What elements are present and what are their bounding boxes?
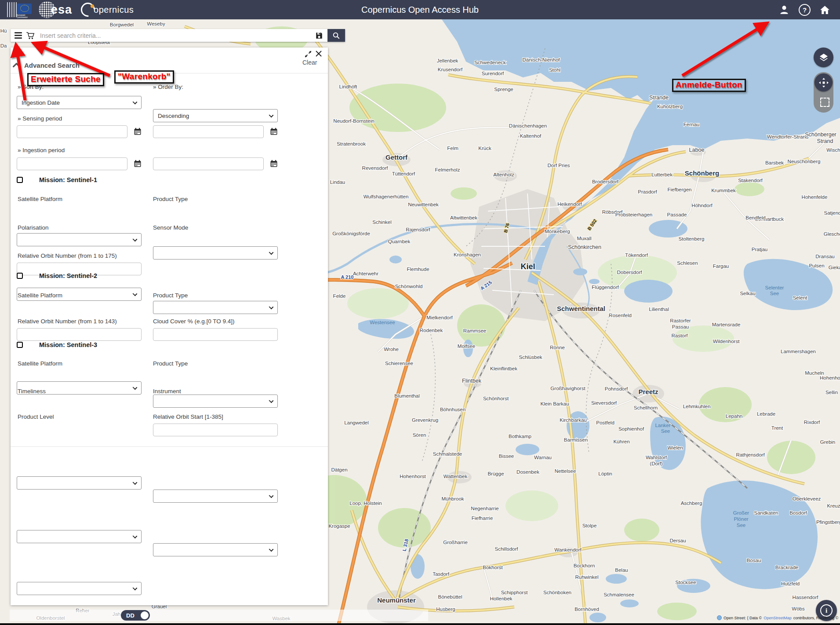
map-label: Mönkeberg [545,229,570,234]
s1-sensor-mode-label: Sensor Mode [153,224,188,231]
map-label: Tasdorf [433,571,450,577]
map-label: Strand [817,138,833,144]
map-label: Passade [667,212,687,217]
map-label: Selkau [740,291,755,296]
s1-sensor-mode-select[interactable] [153,301,278,314]
s2-relative-orbit-input[interactable] [17,328,142,341]
home-icon[interactable] [819,4,830,15]
ingestion-start-input[interactable] [17,157,127,170]
map-label: Hohenfelde [802,194,828,200]
s3-timeliness-select[interactable] [17,530,142,543]
calendar-icon[interactable] [134,128,142,135]
map-label: Quarnbek [388,239,411,244]
s1-satellite-platform-select[interactable] [17,233,142,246]
s1-product-type-label: Product Type [153,196,188,202]
map-label: Preetz [638,388,658,395]
sensing-end-input[interactable] [153,125,264,138]
calendar-icon[interactable] [134,160,142,168]
s2-cloud-cover-input[interactable] [153,328,278,341]
mission-sentinel1-checkbox[interactable] [17,177,23,183]
map-label: Muxall [577,236,591,241]
eu-commission-logo[interactable]: European Commission [7,2,33,18]
s2-product-type-select[interactable] [153,395,278,408]
map-label: Sellin [825,390,838,395]
calendar-icon[interactable] [270,160,278,168]
map-label: Da [0,43,7,48]
order-by-select[interactable]: Descending [153,109,278,122]
layers-button[interactable] [814,48,833,67]
expand-panel-icon[interactable] [304,50,312,58]
s3-product-level-select[interactable] [17,582,142,595]
map-label: Krummbek [711,188,736,193]
search-input[interactable] [39,32,315,40]
map-label: Kirchbarkau [560,417,586,423]
map-label: Hohenhof [820,375,840,380]
chevron-down-icon [133,100,138,105]
map-label: Martensrade [712,322,741,327]
map-label: Wisch [826,147,840,153]
pan-mode-button[interactable] [815,73,833,91]
map-label: Sprenge [494,87,513,92]
map-label: Schönhorst [483,396,509,401]
close-panel-icon[interactable] [315,50,323,58]
map-attribution: Open Street: { Data © OpenStreetMap cont… [717,615,840,620]
esa-logo[interactable]: esa [39,1,72,18]
save-search-icon[interactable] [315,32,323,40]
s1-product-type-select[interactable] [153,246,278,260]
mission-sentinel2-checkbox[interactable] [17,273,23,279]
dd-coordinate-toggle[interactable]: DD [121,610,150,621]
calendar-icon[interactable] [270,128,278,135]
map-label: Großharrie [443,540,468,545]
esa-logo-text: esa [51,3,72,17]
map-label: Lammershagen [781,349,816,354]
map-label: Fernau [684,122,699,127]
sensing-start-input[interactable] [17,125,127,138]
s3-instrument-select[interactable] [153,543,278,556]
advanced-search-panel: Clear Advanced Search » Sort By: » Order… [11,48,328,605]
help-icon[interactable]: ? [799,4,811,16]
ingestion-end-input[interactable] [153,157,264,170]
map-label: Pratjau [752,247,767,252]
map-label: Böhnhusen [440,407,465,412]
eu-flag [17,4,32,14]
pan-arrows-icon [818,77,829,88]
layers-icon [818,52,829,63]
map-label: Wahlstorf [646,455,667,460]
map-label: Gettorf [385,154,408,161]
collapse-chevron-icon[interactable] [13,62,20,68]
chevron-down-icon [133,292,138,296]
attribution-osm-link[interactable]: OpenStreetMap [764,616,792,620]
copernicus-logo[interactable]: opernicus [81,3,134,17]
map-label: Blumenthal [394,393,420,398]
map-label: Neuschönberg [788,159,821,164]
map-label: Strande [649,95,669,101]
sort-by-select[interactable]: Ingestion Date [17,96,142,109]
map-label: Trent [771,425,783,431]
map-label: Belau [615,567,628,573]
map-label: Schönboken [543,590,571,595]
s3-relative-orbit-start-input[interactable] [153,424,278,436]
user-login-icon[interactable] [778,4,790,15]
map-label: Molfsee [458,344,475,349]
cart-icon[interactable] [26,32,35,40]
search-submit-button[interactable] [327,29,345,42]
info-icon: i [820,604,833,617]
map-label: Jellenbek [437,58,458,63]
map-label: Schmalstede [433,451,462,457]
order-by-value: Descending [158,113,189,119]
map-label: Schönberg [685,169,719,177]
s3-satellite-platform-select[interactable] [17,476,142,490]
map-label: Pohnsdorf [605,386,628,391]
box-select-button[interactable] [820,98,829,107]
map-label: Bokhorst [483,565,503,570]
map-label: Prasdorf [638,189,657,194]
clear-button[interactable]: Clear [302,59,317,66]
mission-sentinel3-checkbox[interactable] [17,342,23,348]
copernicus-logo-text: opernicus [94,5,134,15]
order-by-label: » Order By: [153,84,183,90]
map-label: Rastorfer [670,318,691,323]
map-label: Postfeld [596,420,615,425]
s3-product-type-select[interactable] [153,490,278,503]
mission-sentinel3-title: Mission: Sentinel-3 [39,341,97,348]
menu-hamburger-icon[interactable] [15,31,22,40]
